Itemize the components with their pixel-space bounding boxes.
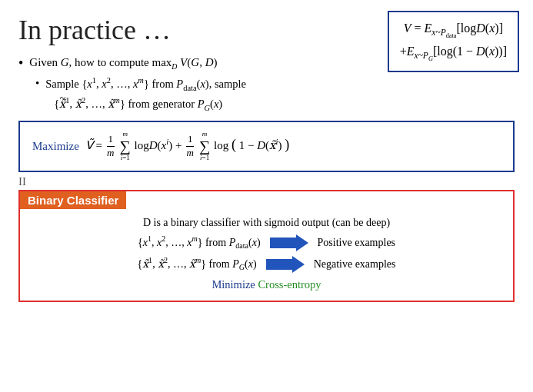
maximize-label: Maximize bbox=[32, 137, 79, 157]
bullet-sub-text1: Sample {x1, x2, …, xm} from Pdata(x), sa… bbox=[45, 75, 246, 115]
binary-classifier-content: D is a binary classifier with sigmoid ou… bbox=[20, 209, 513, 301]
bullet-dot: • bbox=[18, 54, 23, 73]
minimize-word: Minimize bbox=[212, 278, 255, 291]
bullet-sub-item1: • Sample {x1, x2, …, xm} from Pdata(x), … bbox=[35, 75, 515, 115]
top-formula-box: V = Ex~Pdata[logD(x)] +Ex~PG[log(1 − D(x… bbox=[388, 11, 519, 72]
formula-line2: +Ex~PG[log(1 − D(x))] bbox=[400, 42, 507, 65]
formula-line1: V = Ex~Pdata[logD(x)] bbox=[400, 18, 507, 42]
maximize-formula: Ṽ = 1 m m ∑ i=1 logD(xi) + 1 m m ∑ i=1 bbox=[85, 128, 289, 164]
positive-examples-label: Positive examples bbox=[318, 234, 396, 251]
binary-row1-math: {x1, x2, …, xm} from Pdata(x) bbox=[138, 233, 261, 253]
binary-line1: D is a binary classifier with sigmoid ou… bbox=[31, 214, 502, 231]
binary-row2-math: {x̃1, x̃2, …, x̃m} from PG(x) bbox=[137, 254, 256, 274]
arrow-positive bbox=[270, 234, 308, 251]
slide: V = Ex~Pdata[logD(x)] +Ex~PG[log(1 − D(x… bbox=[0, 0, 533, 392]
arrow-negative bbox=[266, 256, 305, 273]
crossentropy-word: Cross-entropy bbox=[258, 278, 321, 291]
bullet-sub-dot: • bbox=[35, 75, 39, 92]
maximize-box: Maximize Ṽ = 1 m m ∑ i=1 logD(xi) + 1 m … bbox=[18, 121, 515, 172]
binary-row2: {x̃1, x̃2, …, x̃m} from PG(x) Negative e… bbox=[31, 254, 502, 274]
minimize-line: Minimize Cross-entropy bbox=[31, 276, 502, 294]
binary-classifier-box: Binary Classifier D is a binary classifi… bbox=[18, 190, 515, 302]
binary-classifier-header: Binary Classifier bbox=[20, 191, 126, 209]
bullet-sub-section: • Sample {x1, x2, …, xm} from Pdata(x), … bbox=[35, 75, 515, 115]
bullet-main-text: Given G, how to compute maxD V(G, D) bbox=[29, 54, 217, 72]
ii-mark: II bbox=[18, 175, 515, 188]
negative-examples-label: Negative examples bbox=[314, 255, 396, 273]
binary-row1: {x1, x2, …, xm} from Pdata(x) Positive e… bbox=[31, 233, 502, 253]
